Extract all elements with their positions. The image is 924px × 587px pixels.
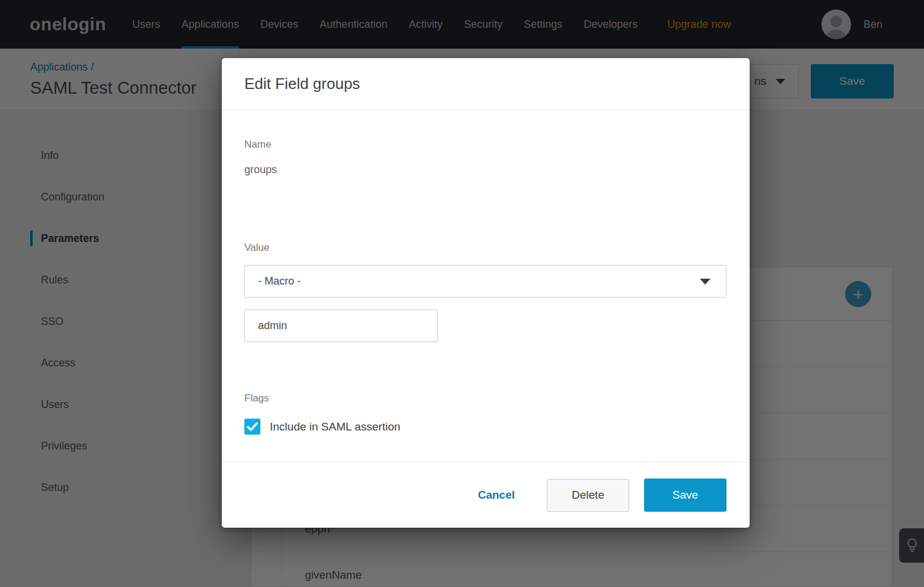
include-saml-checkbox[interactable] (244, 419, 260, 435)
name-label: Name (244, 139, 727, 151)
value-input[interactable] (244, 310, 438, 342)
value-label: Value (244, 242, 727, 254)
checkmark-icon (247, 422, 258, 431)
name-value: groups (244, 164, 727, 176)
flags-label: Flags (244, 393, 727, 404)
delete-button[interactable]: Delete (547, 479, 629, 512)
cancel-button[interactable]: Cancel (478, 489, 515, 502)
modal-header: Edit Field groups (222, 58, 750, 110)
chevron-down-icon (700, 279, 710, 285)
include-saml-label: Include in SAML assertion (270, 420, 400, 433)
modal-title: Edit Field groups (244, 75, 360, 93)
edit-field-modal: Edit Field groups Name groups Value - Ma… (222, 58, 750, 528)
macro-select-value: - Macro - (258, 275, 301, 288)
saml-assertion-flag-row: Include in SAML assertion (244, 419, 727, 435)
modal-body: Name groups Value - Macro - Flags Includ… (222, 139, 750, 435)
macro-select[interactable]: - Macro - (244, 265, 727, 298)
save-button[interactable]: Save (644, 478, 727, 512)
modal-footer: Cancel Delete Save (222, 462, 750, 528)
